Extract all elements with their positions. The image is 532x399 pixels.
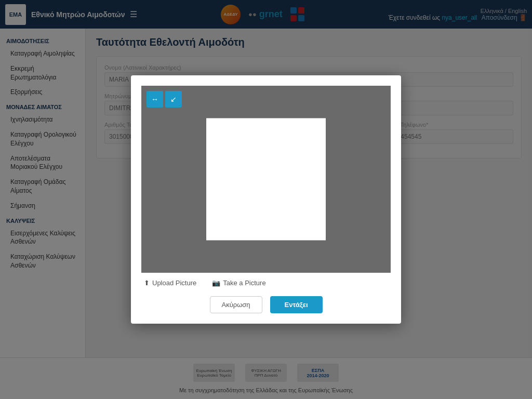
cancel-button[interactable]: Ακύρωση xyxy=(210,296,262,313)
camera-controls: ↔ ↙ xyxy=(147,91,182,108)
upload-picture-button[interactable]: ⬆ Upload Picture xyxy=(144,279,196,287)
main-layout: ΑΙΜΟΔΟΤΗΣΕΙΣ Καταγραφή Αιμοληψίας Εκκρεμ… xyxy=(0,29,532,357)
modal-top-actions: ⬆ Upload Picture 📷 Take a Picture xyxy=(141,279,391,287)
take-picture-button[interactable]: 📷 Take a Picture xyxy=(212,279,265,287)
upload-icon: ⬆ xyxy=(144,279,150,287)
take-picture-label: Take a Picture xyxy=(223,279,265,287)
zoom-in-button[interactable]: ↔ xyxy=(147,91,163,108)
zoom-out-button[interactable]: ↙ xyxy=(165,91,182,108)
camera-icon: 📷 xyxy=(212,279,220,287)
photo-modal: ↔ ↙ ⬆ Upload Picture 📷 Take a Picture xyxy=(131,75,401,324)
modal-overlay: ↔ ↙ ⬆ Upload Picture 📷 Take a Picture xyxy=(0,0,532,399)
main-content: Ταυτότητα Εθελοντή Αιμοδότη Ονομα (Λατιν… xyxy=(86,29,532,357)
modal-footer: Ακύρωση Εντάξει xyxy=(141,296,391,313)
ok-button[interactable]: Εντάξει xyxy=(270,296,323,313)
upload-label: Upload Picture xyxy=(152,279,196,287)
camera-preview xyxy=(206,118,326,241)
camera-container: ↔ ↙ xyxy=(141,86,391,273)
